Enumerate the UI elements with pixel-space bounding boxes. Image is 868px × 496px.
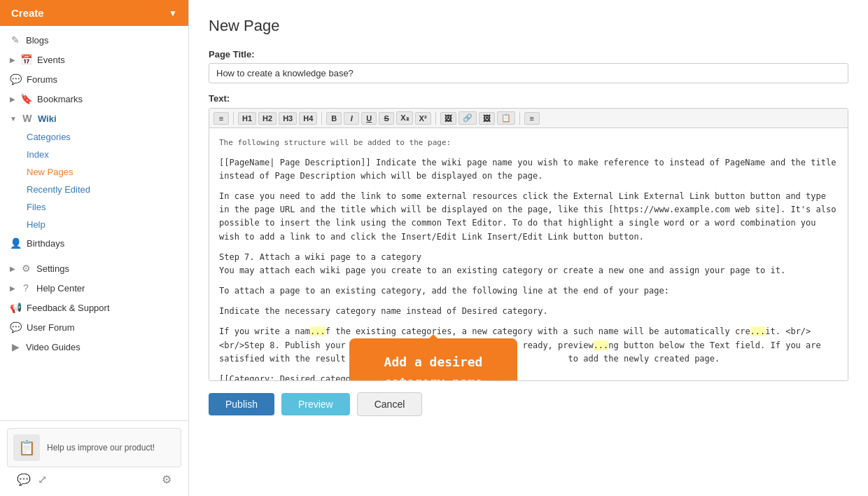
chat-bubble-icon[interactable]: 💬 (17, 473, 31, 486)
sidebar-item-help-center[interactable]: ▶ ? Help Center (0, 278, 188, 298)
action-bar: Publish Preview Cancel (209, 392, 848, 416)
toolbar-align-btn[interactable]: ≡ (524, 112, 540, 125)
arrow-icon: ▶ (10, 95, 15, 103)
subitem-label: New Pages (27, 167, 73, 177)
toolbar-separator (321, 112, 322, 125)
publish-button[interactable]: Publish (209, 393, 274, 415)
expand-icon[interactable]: ⤢ (38, 473, 47, 486)
page-title-input[interactable] (209, 63, 848, 83)
toolbar-format-btn[interactable]: ≡ (214, 112, 229, 125)
arrow-down-icon: ▼ (10, 115, 17, 123)
subitem-label: Index (27, 149, 49, 160)
sidebar-subitem-index[interactable]: Index (0, 146, 188, 163)
sidebar-subitem-new-pages[interactable]: New Pages (0, 163, 188, 181)
sidebar-item-bookmarks[interactable]: ▶ 🔖 Bookmarks (0, 89, 188, 109)
sidebar-subitem-help[interactable]: Help (0, 216, 188, 233)
toolbar-h1-btn[interactable]: H1 (238, 112, 256, 125)
sidebar-item-label: Settings (36, 263, 69, 274)
sidebar-subitem-files[interactable]: Files (0, 198, 188, 216)
sidebar-item-label: User Forum (27, 322, 75, 333)
sidebar-item-wiki[interactable]: ▼ W Wiki (0, 109, 188, 128)
sidebar-item-forums[interactable]: 💬 Forums (0, 69, 188, 89)
toolbar-subscript-btn[interactable]: X₂ (396, 111, 412, 125)
play-icon: ▶ (10, 341, 21, 352)
create-label: Create (11, 7, 44, 19)
sidebar-item-birthdays[interactable]: 👤 Birthdays (0, 233, 188, 253)
chevron-down-icon: ▼ (169, 8, 177, 18)
toolbar-link-btn[interactable]: 🔗 (458, 111, 477, 125)
sidebar-item-user-forum[interactable]: 💬 User Forum (0, 317, 188, 337)
sidebar-item-video-guides[interactable]: ▶ Video Guides (0, 337, 188, 357)
cancel-button[interactable]: Cancel (357, 392, 423, 416)
sidebar-item-label: Feedback & Support (27, 303, 110, 313)
toolbar-underline-btn[interactable]: U (361, 112, 377, 125)
help-icon: ? (20, 282, 31, 294)
toolbar-italic-btn[interactable]: I (344, 112, 359, 125)
sidebar-item-label: Blogs (26, 35, 49, 46)
sidebar-item-label: Forums (27, 74, 57, 85)
sidebar: Create ▼ ✎ Blogs ▶ 📅 Events 💬 Forums ▶ 🔖… (0, 0, 189, 496)
sidebar-item-label: Help Center (36, 283, 85, 294)
bottom-left-icons: 💬 ⤢ (17, 473, 47, 486)
arrow-icon: ▶ (10, 56, 15, 64)
subitem-label: Recently Edited (27, 184, 90, 195)
sidebar-item-label: Bookmarks (37, 94, 83, 104)
toolbar-superscript-btn[interactable]: X² (415, 112, 431, 125)
gear-icon: ⚙ (20, 263, 31, 274)
edit-icon: ✎ (10, 34, 21, 46)
help-improve-text: Help us improve our product! (47, 443, 155, 453)
toolbar-bold-btn[interactable]: B (326, 112, 342, 125)
sidebar-item-label: Events (37, 55, 65, 65)
arrow-icon: ▶ (10, 284, 15, 292)
sidebar-item-feedback[interactable]: 📢 Feedback & Support (0, 298, 188, 317)
sidebar-item-events[interactable]: ▶ 📅 Events (0, 50, 188, 69)
forum-icon: 💬 (10, 74, 22, 85)
main-content: New Page Page Title: Text: ≡ H1 H2 H3 H4… (189, 0, 868, 496)
clipboard-icon: 📋 (13, 434, 40, 461)
page-title-label: Page Title: (209, 49, 848, 60)
arrow-icon: ▶ (10, 265, 15, 273)
toolbar-h4-btn[interactable]: H4 (299, 112, 317, 125)
toolbar-separator (519, 112, 520, 125)
calendar-icon: 📅 (20, 54, 32, 65)
wiki-icon: W (22, 113, 33, 124)
preview-button[interactable]: Preview (281, 393, 350, 415)
sidebar-item-blogs[interactable]: ✎ Blogs (0, 30, 188, 50)
toolbar-table-btn[interactable]: 📋 (497, 111, 515, 125)
toolbar-h3-btn[interactable]: H3 (279, 112, 297, 125)
page-heading: New Page (209, 17, 848, 35)
person-icon: 👤 (10, 237, 22, 249)
megaphone-icon: 📢 (10, 302, 22, 313)
settings-icon[interactable]: ⚙ (162, 473, 172, 486)
toolbar-media-btn[interactable]: 🖼 (479, 112, 495, 125)
create-button[interactable]: Create ▼ (0, 0, 188, 26)
toolbar-strikethrough-btn[interactable]: S (379, 112, 394, 125)
editor-body[interactable]: The following structure will be added to… (209, 128, 848, 380)
sidebar-item-label: Wiki (38, 113, 57, 124)
bookmark-icon: 🔖 (20, 93, 32, 104)
sidebar-item-label: Video Guides (26, 342, 80, 352)
subitem-label: Categories (27, 132, 71, 142)
text-label: Text: (209, 93, 848, 104)
sidebar-subitem-recently-edited[interactable]: Recently Edited (0, 181, 188, 198)
sidebar-subitem-categories[interactable]: Categories (0, 128, 188, 146)
toolbar-separator (435, 112, 436, 125)
toolbar-separator (233, 112, 234, 125)
subitem-label: Files (27, 202, 46, 212)
sidebar-item-settings[interactable]: ▶ ⚙ Settings (0, 259, 188, 278)
toolbar-h2-btn[interactable]: H2 (258, 112, 276, 125)
chat-icon: 💬 (10, 322, 22, 333)
editor-toolbar: ≡ H1 H2 H3 H4 B I U S X₂ X² 🖼 🔗 🖼 📋 ≡ (209, 109, 848, 128)
text-editor: ≡ H1 H2 H3 H4 B I U S X₂ X² 🖼 🔗 🖼 📋 ≡ Th… (209, 108, 848, 381)
subitem-label: Help (27, 219, 46, 230)
toolbar-image-btn[interactable]: 🖼 (440, 112, 456, 125)
sidebar-navigation: ✎ Blogs ▶ 📅 Events 💬 Forums ▶ 🔖 Bookmark… (0, 26, 188, 420)
sidebar-bottom-icons: 💬 ⤢ ⚙ (7, 467, 181, 489)
sidebar-item-label: Birthdays (27, 238, 64, 249)
sidebar-bottom: 📋 Help us improve our product! 💬 ⤢ ⚙ (0, 420, 188, 496)
help-improve-banner[interactable]: 📋 Help us improve our product! (7, 428, 181, 467)
